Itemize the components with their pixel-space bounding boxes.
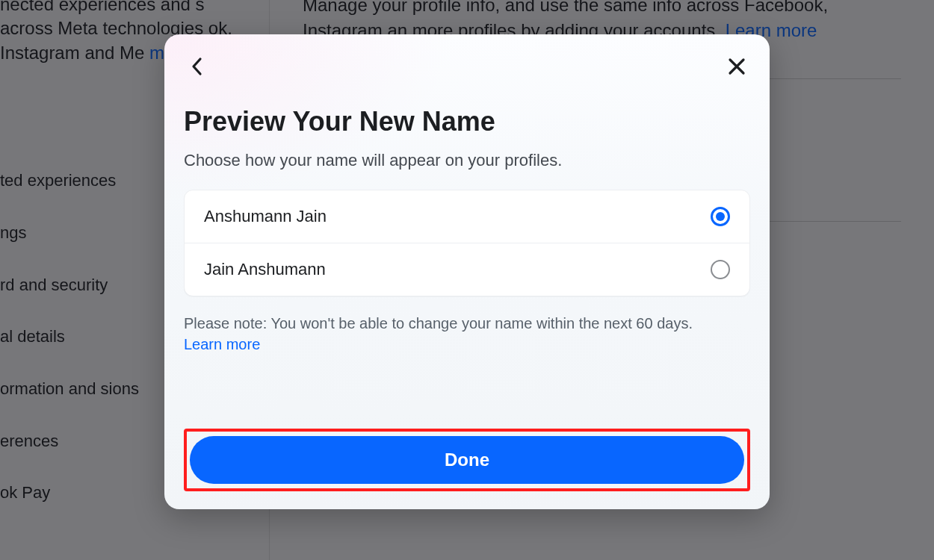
modal-title: Preview Your New Name [184, 106, 750, 137]
name-option-label: Anshumann Jain [204, 207, 327, 226]
close-icon [727, 57, 746, 78]
radio-unselected-icon[interactable] [711, 260, 730, 279]
radio-selected-icon[interactable] [711, 207, 730, 226]
done-button[interactable]: Done [190, 436, 744, 484]
preview-name-modal: Preview Your New Name Choose how your na… [164, 34, 770, 509]
modal-header [184, 54, 750, 81]
modal-subtitle: Choose how your name will appear on your… [184, 151, 750, 170]
name-options-card: Anshumann Jain Jain Anshumann [184, 190, 750, 296]
name-option-row[interactable]: Jain Anshumann [185, 243, 749, 296]
name-option-row[interactable]: Anshumann Jain [185, 190, 749, 243]
close-button[interactable] [723, 54, 750, 81]
change-limit-note: Please note: You won't be able to change… [184, 313, 750, 355]
back-button[interactable] [184, 54, 211, 81]
note-learn-more-link[interactable]: Learn more [184, 336, 260, 352]
done-highlight-box: Done [184, 429, 750, 491]
chevron-left-icon [190, 56, 205, 79]
name-option-label: Jain Anshumann [204, 260, 326, 279]
